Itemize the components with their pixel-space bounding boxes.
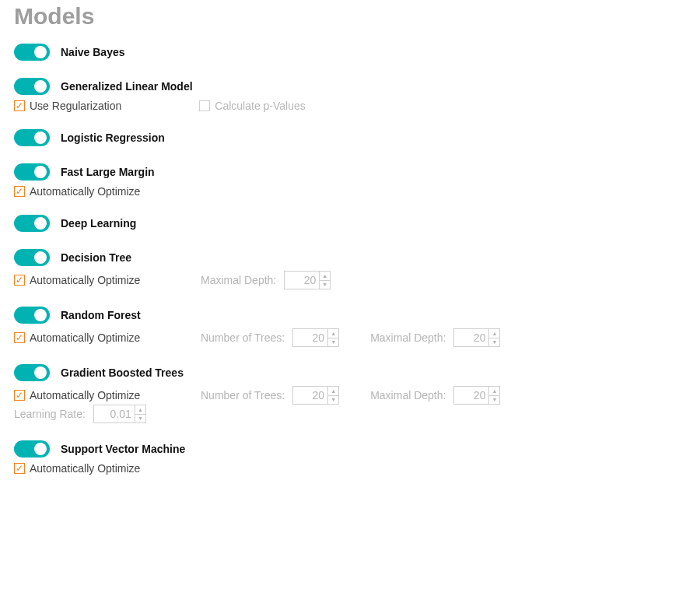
param-label-gbt-lr: Learning Rate: (14, 408, 86, 420)
label-gbt: Gradient Boosted Trees (61, 366, 184, 379)
spinner-down-icon[interactable]: ▼ (328, 338, 338, 347)
spinner-down-icon[interactable]: ▼ (320, 281, 330, 289)
checkbox-label: Automatically Optimize (30, 185, 140, 198)
param-label-rforest-maxdepth: Maximal Depth: (370, 331, 446, 344)
checkbox-dtree-auto-opt[interactable]: ✓ Automatically Optimize (14, 274, 170, 286)
spinner-input[interactable] (285, 272, 319, 289)
toggle-glm[interactable] (14, 78, 50, 95)
spinner-up-icon[interactable]: ▲ (328, 329, 338, 338)
checkbox-use-regularization[interactable]: ✓ Use Regularization (14, 100, 121, 112)
spinner-input[interactable] (454, 387, 488, 404)
spinner-gbt-maxdepth[interactable]: ▲ ▼ (453, 386, 500, 405)
spinner-rforest-ntrees[interactable]: ▲ ▼ (292, 328, 339, 347)
spinner-input[interactable] (454, 329, 488, 346)
toggle-flm[interactable] (14, 163, 50, 181)
checkbox-label: Automatically Optimize (30, 389, 140, 401)
label-flm: Fast Large Margin (61, 166, 155, 178)
spinner-up-icon[interactable]: ▲ (135, 405, 145, 415)
spinner-input[interactable] (94, 405, 135, 422)
checkbox-svm-auto-opt[interactable]: ✓ Automatically Optimize (14, 462, 140, 475)
toggle-deep[interactable] (14, 215, 50, 232)
param-label-rforest-ntrees: Number of Trees: (201, 331, 285, 344)
toggle-rforest[interactable] (14, 307, 50, 324)
spinner-down-icon[interactable]: ▼ (489, 396, 499, 405)
checkmark-icon: ✓ (16, 464, 23, 473)
checkbox-label: Automatically Optimize (30, 331, 140, 344)
page-title: Models (14, 3, 686, 30)
checkmark-icon: ✓ (16, 333, 23, 342)
spinner-up-icon[interactable]: ▲ (489, 329, 499, 338)
spinner-up-icon[interactable]: ▲ (489, 387, 499, 396)
label-logistic: Logistic Regression (61, 131, 165, 144)
checkbox-calc-pvalues: Calculate p-Values (199, 100, 305, 112)
spinner-down-icon[interactable]: ▼ (328, 396, 338, 405)
checkbox-flm-auto-opt[interactable]: ✓ Automatically Optimize (14, 185, 140, 198)
spinner-gbt-ntrees[interactable]: ▲ ▼ (292, 386, 339, 405)
spinner-dtree-maxdepth[interactable]: ▲ ▼ (284, 271, 331, 289)
checkmark-icon: ✓ (16, 101, 23, 110)
toggle-gbt[interactable] (14, 364, 50, 381)
spinner-down-icon[interactable]: ▼ (489, 338, 499, 347)
label-rforest: Random Forest (61, 309, 141, 321)
checkmark-icon: ✓ (16, 391, 23, 400)
toggle-logistic[interactable] (14, 129, 50, 146)
checkbox-gbt-auto-opt[interactable]: ✓ Automatically Optimize (14, 389, 170, 401)
checkbox-rforest-auto-opt[interactable]: ✓ Automatically Optimize (14, 331, 170, 344)
label-dtree: Decision Tree (61, 251, 131, 264)
spinner-input[interactable] (293, 329, 327, 346)
toggle-naive-bayes[interactable] (14, 44, 50, 61)
checkbox-label: Automatically Optimize (30, 462, 140, 475)
toggle-svm[interactable] (14, 440, 50, 458)
checkmark-icon: ✓ (16, 187, 23, 196)
spinner-input[interactable] (293, 387, 327, 404)
spinner-up-icon[interactable]: ▲ (320, 272, 330, 281)
label-deep: Deep Learning (61, 217, 136, 230)
param-label-dtree-maxdepth: Maximal Depth: (201, 274, 276, 286)
label-svm: Support Vector Machine (61, 443, 185, 455)
param-label-gbt-maxdepth: Maximal Depth: (370, 389, 446, 401)
checkbox-label: Use Regularization (30, 100, 121, 112)
checkmark-icon: ✓ (16, 275, 23, 285)
label-glm: Generalized Linear Model (61, 80, 193, 93)
label-naive-bayes: Naive Bayes (61, 46, 125, 58)
checkbox-label: Automatically Optimize (30, 274, 140, 286)
param-label-gbt-ntrees: Number of Trees: (201, 389, 285, 401)
checkbox-label: Calculate p-Values (215, 100, 305, 112)
spinner-rforest-maxdepth[interactable]: ▲ ▼ (453, 328, 500, 347)
spinner-gbt-lr[interactable]: ▲ ▼ (93, 405, 146, 423)
spinner-up-icon[interactable]: ▲ (328, 387, 338, 396)
spinner-down-icon[interactable]: ▼ (135, 415, 145, 423)
toggle-dtree[interactable] (14, 249, 50, 266)
